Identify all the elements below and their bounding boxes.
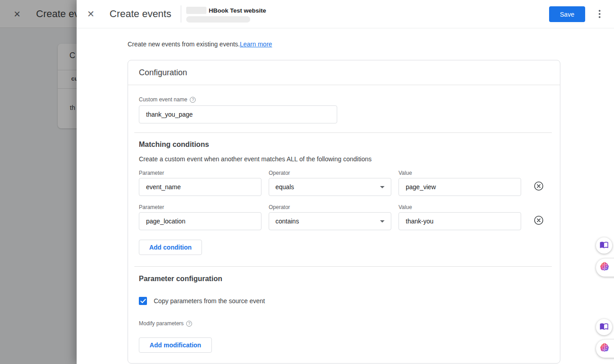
parameter-configuration-title: Parameter configuration [139, 275, 222, 283]
intro-sentence: Create new events from existing events. [128, 41, 240, 48]
configuration-card: Configuration Custom event name ? Matchi… [128, 60, 560, 364]
book-extension-button[interactable] [596, 237, 612, 254]
divider [134, 266, 552, 267]
copy-parameters-label: Copy parameters from the source event [154, 297, 265, 305]
redacted-account-text [186, 7, 206, 14]
add-modification-button[interactable]: Add modification [139, 337, 212, 353]
custom-event-name-label: Custom event name ? [139, 96, 196, 103]
create-events-dialog: ✕ Create events HBook Test website Save … [77, 0, 614, 364]
parameter-column-label: Parameter [139, 204, 261, 210]
operator-selected-value: contains [275, 218, 299, 225]
brain-icon [599, 261, 610, 274]
book-icon [600, 322, 609, 332]
value-input[interactable] [399, 212, 521, 230]
remove-condition-icon[interactable] [533, 215, 544, 226]
brain-extension-button[interactable] [596, 259, 614, 277]
chevron-down-icon [380, 220, 385, 223]
value-input[interactable] [399, 178, 521, 196]
value-column-label: Value [399, 170, 521, 176]
divider [128, 85, 560, 85]
modify-parameters-label-text: Modify parameters [139, 320, 183, 327]
value-column-label: Value [399, 204, 521, 210]
property-name: HBook Test website [209, 7, 266, 14]
brain-icon [599, 342, 610, 355]
copy-parameters-checkbox[interactable] [139, 297, 147, 305]
parameter-input[interactable] [139, 178, 261, 196]
save-button[interactable]: Save [549, 6, 585, 22]
dialog-header: ✕ Create events HBook Test website Save [77, 0, 614, 28]
modify-parameters-label: Modify parameters ? [139, 320, 192, 327]
brain-extension-button[interactable] [596, 340, 614, 358]
condition-row: Parameter Operator equals Value [139, 170, 550, 196]
divider [134, 132, 552, 133]
chevron-down-icon [380, 186, 385, 188]
operator-column-label: Operator [269, 204, 391, 210]
dialog-title: Create events [110, 8, 171, 20]
matching-conditions-subtitle: Create a custom event when another event… [139, 155, 371, 163]
remove-condition-icon[interactable] [533, 181, 544, 191]
add-condition-button[interactable]: Add condition [139, 240, 202, 255]
help-icon[interactable]: ? [190, 97, 196, 103]
help-icon[interactable]: ? [186, 321, 192, 327]
learn-more-link[interactable]: Learn more [240, 41, 272, 48]
copy-parameters-row: Copy parameters from the source event [139, 297, 265, 305]
operator-select[interactable]: contains [269, 212, 391, 230]
operator-select[interactable]: equals [269, 178, 391, 196]
intro-text: Create new events from existing events.L… [128, 41, 272, 48]
book-extension-button[interactable] [596, 319, 612, 335]
close-icon[interactable]: ✕ [87, 9, 95, 19]
card-title: Configuration [139, 68, 187, 77]
screen: ✕ Create events C cu th ✕ Create events … [0, 0, 614, 364]
operator-selected-value: equals [275, 183, 294, 191]
condition-row: Parameter Operator contains Value [139, 204, 550, 230]
custom-event-name-label-text: Custom event name [139, 96, 187, 103]
parameter-column-label: Parameter [139, 170, 261, 176]
matching-conditions-title: Matching conditions [139, 141, 209, 149]
redacted-property-text [186, 16, 250, 23]
more-options-icon[interactable] [596, 8, 603, 20]
parameter-input[interactable] [139, 212, 261, 230]
divider [181, 5, 181, 23]
operator-column-label: Operator [269, 170, 391, 176]
book-icon [600, 240, 609, 251]
custom-event-name-input[interactable] [139, 105, 337, 123]
